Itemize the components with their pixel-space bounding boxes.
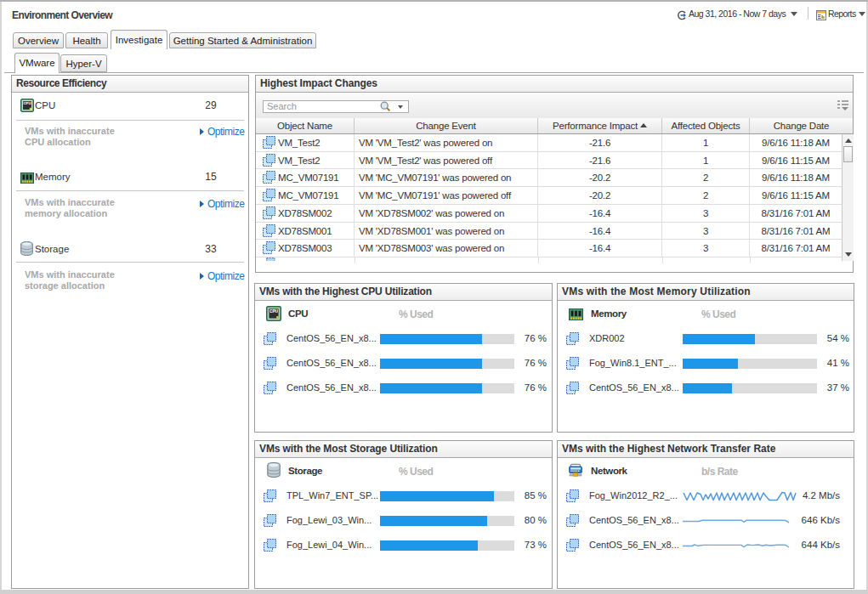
svg-text:CPU: CPU: [23, 101, 31, 105]
svg-text:CPU: CPU: [269, 309, 279, 314]
